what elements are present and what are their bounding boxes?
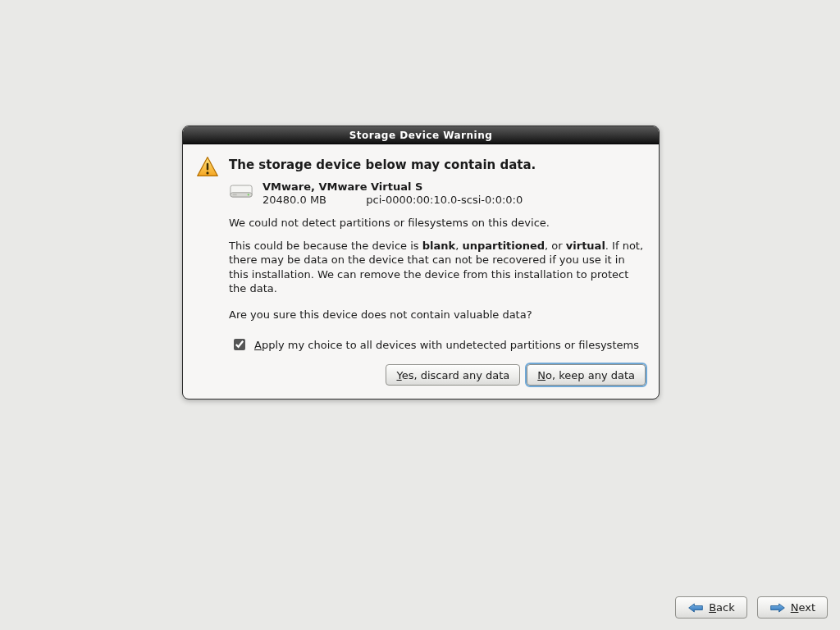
warning-icon [196, 155, 219, 178]
device-path: pci-0000:00:10.0-scsi-0:0:0:0 [366, 194, 523, 206]
wizard-nav: Back Next [675, 596, 828, 619]
apply-all-label: Apply my choice to all devices with unde… [254, 339, 639, 351]
svg-point-4 [248, 194, 249, 195]
dialog-title: Storage Device Warning [349, 130, 493, 141]
confirm-text: Are you sure this device does not contai… [229, 308, 646, 322]
next-button[interactable]: Next [757, 596, 828, 619]
arrow-right-icon [769, 602, 786, 614]
svg-rect-0 [207, 163, 208, 171]
yes-discard-button[interactable]: Yes, discard any data [386, 364, 520, 386]
apply-all-checkbox[interactable] [234, 339, 245, 350]
dialog-body: The storage device below may contain dat… [183, 144, 659, 399]
svg-rect-5 [233, 194, 237, 196]
no-keep-button[interactable]: No, keep any data [527, 364, 646, 386]
storage-warning-dialog: Storage Device Warning The sto [182, 126, 660, 399]
hard-disk-icon [230, 182, 253, 200]
dialog-heading: The storage device below may contain dat… [229, 158, 646, 172]
device-name: VMware, VMware Virtual S [262, 180, 523, 193]
device-size: 20480.0 MB [262, 194, 326, 206]
reason-text: This could be because the device is blan… [229, 239, 646, 296]
detect-text: We could not detect partitions or filesy… [229, 216, 646, 231]
apply-all-checkbox-row[interactable]: Apply my choice to all devices with unde… [231, 336, 646, 353]
dialog-titlebar: Storage Device Warning [183, 126, 659, 144]
arrow-left-icon [687, 602, 704, 614]
back-button[interactable]: Back [675, 596, 747, 619]
svg-point-1 [206, 171, 208, 174]
